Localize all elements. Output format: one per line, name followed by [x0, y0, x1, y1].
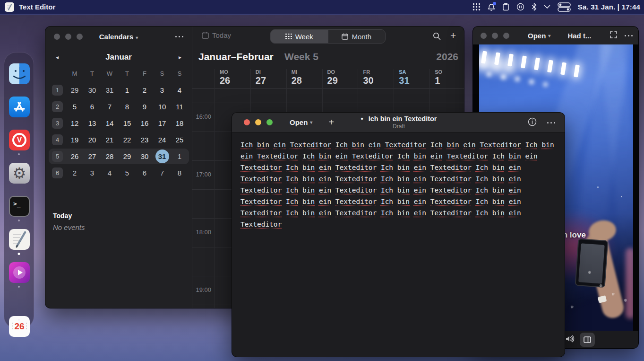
- mini-calendar-day[interactable]: 2: [66, 165, 84, 181]
- day-header-di[interactable]: DI27: [250, 69, 286, 88]
- mini-calendar-day[interactable]: 6: [136, 165, 154, 181]
- notification-badge: [493, 2, 496, 5]
- search-icon[interactable]: [433, 32, 441, 42]
- mini-calendar-day[interactable]: 26: [66, 148, 84, 165]
- bluetooth-icon[interactable]: [532, 3, 537, 11]
- mini-calendar-day[interactable]: 15: [119, 115, 136, 132]
- word: ein: [509, 164, 521, 171]
- mini-calendar-day[interactable]: 29: [66, 82, 84, 98]
- dock-item-terminal[interactable]: >_: [9, 196, 30, 217]
- open-dropdown[interactable]: Open▾: [528, 32, 550, 40]
- mini-calendar-day[interactable]: 29: [119, 148, 136, 165]
- mini-calendar-day[interactable]: 17: [154, 115, 171, 132]
- tab-week[interactable]: Week: [271, 30, 328, 43]
- mini-calendar-day[interactable]: 3: [154, 82, 171, 98]
- sidebar-toggle-button[interactable]: [580, 333, 595, 347]
- calendars-dropdown[interactable]: Calendars▾: [45, 33, 192, 41]
- maximize-button[interactable]: [503, 33, 509, 39]
- new-tab-button[interactable]: +: [328, 117, 334, 128]
- dock-item-system-settings[interactable]: ⚙: [9, 163, 30, 184]
- tab-month[interactable]: Month: [328, 30, 386, 43]
- notifications-bell-icon[interactable]: [488, 3, 495, 11]
- clock-label[interactable]: Sa. 31 Jan. | 17:44: [578, 3, 640, 11]
- word: Texteditor: [480, 141, 521, 149]
- mini-calendar-day[interactable]: 25: [171, 132, 189, 148]
- day-header-so[interactable]: SO1: [429, 69, 464, 88]
- app-grid-icon[interactable]: [472, 3, 481, 11]
- pause-circle-icon[interactable]: [516, 3, 524, 11]
- mini-calendar-day[interactable]: 24: [154, 132, 171, 148]
- menu-ellipsis-icon[interactable]: [547, 122, 555, 123]
- mini-calendar-day[interactable]: 1: [119, 82, 136, 98]
- mini-calendar-day[interactable]: 13: [84, 115, 101, 132]
- mini-calendar-day[interactable]: 18: [171, 115, 189, 132]
- today-button[interactable]: Today: [202, 31, 231, 39]
- minimize-button[interactable]: [492, 33, 498, 39]
- mini-calendar-day[interactable]: 16: [136, 115, 154, 132]
- mini-calendar-day[interactable]: 21: [101, 132, 119, 148]
- mini-calendar-day[interactable]: 11: [171, 98, 189, 115]
- dock-item-app-store[interactable]: [9, 97, 30, 117]
- clipboard-icon[interactable]: [502, 3, 509, 11]
- mini-calendar-day[interactable]: 30: [84, 82, 101, 98]
- minimize-button[interactable]: [255, 119, 261, 125]
- mini-calendar-day[interactable]: 12: [66, 115, 84, 132]
- mini-calendar-day[interactable]: 6: [84, 98, 101, 115]
- open-dropdown[interactable]: Open▾: [290, 118, 312, 126]
- dock-item-media-player[interactable]: [9, 262, 30, 283]
- mini-calendar-day[interactable]: 8: [171, 165, 189, 181]
- mini-calendar-day[interactable]: 4: [171, 82, 189, 98]
- day-header-mi[interactable]: MI28: [286, 69, 322, 88]
- text-line: Texteditor Ich bin ein Texteditor Ich bi…: [240, 173, 558, 185]
- dock-item-finder[interactable]: [9, 63, 30, 84]
- active-app-icon: [5, 2, 14, 12]
- mini-weekday-row: MTWTFSS: [45, 70, 192, 79]
- mini-calendar-day[interactable]: 14: [101, 115, 119, 132]
- mini-calendar-day[interactable]: 30: [136, 148, 154, 165]
- mini-calendar-day[interactable]: 9: [136, 98, 154, 115]
- mini-calendar-day[interactable]: 7: [101, 98, 119, 115]
- mini-calendar-day[interactable]: 8: [119, 98, 136, 115]
- add-event-icon[interactable]: +: [450, 30, 456, 41]
- speaker-icon[interactable]: [566, 335, 575, 344]
- mini-calendar-day[interactable]: 23: [136, 132, 154, 148]
- text-line: Texteditor: [240, 219, 558, 230]
- word: ein: [509, 198, 521, 205]
- mini-calendar-day[interactable]: 1: [171, 148, 189, 165]
- terminal-prompt-glyph: >_: [13, 200, 21, 216]
- text-line: Texteditor Ich bin ein Texteditor Ich bi…: [240, 207, 558, 219]
- chevron-down-icon[interactable]: [544, 5, 550, 9]
- info-icon[interactable]: [528, 117, 537, 128]
- mini-calendar-day[interactable]: 31: [154, 148, 171, 165]
- mini-calendar-day[interactable]: 27: [84, 148, 101, 165]
- mini-calendar-day[interactable]: 3: [84, 165, 101, 181]
- mini-calendar-day[interactable]: 5: [119, 165, 136, 181]
- maximize-button[interactable]: [266, 119, 273, 125]
- mini-calendar-day[interactable]: 28: [101, 148, 119, 165]
- mini-calendar-day[interactable]: 2: [136, 82, 154, 98]
- close-button[interactable]: [244, 119, 250, 125]
- mini-calendar-day[interactable]: 19: [66, 132, 84, 148]
- mini-calendar-row: 419202122232425: [45, 132, 192, 148]
- word: ein: [464, 141, 476, 149]
- mini-calendar-day[interactable]: 20: [84, 132, 101, 148]
- day-header-mo[interactable]: MO26: [215, 69, 250, 88]
- close-button[interactable]: [481, 33, 487, 39]
- dock-item-vivaldi-browser[interactable]: V: [9, 130, 30, 150]
- day-header-do[interactable]: DO29: [322, 69, 358, 88]
- mini-calendar-day[interactable]: 7: [154, 165, 171, 181]
- day-header-sa[interactable]: SA31: [394, 69, 429, 88]
- mini-calendar-day[interactable]: 31: [101, 82, 119, 98]
- dock-item-text-editor[interactable]: [9, 229, 30, 250]
- day-number-label: 28: [292, 75, 322, 86]
- mini-calendar-day[interactable]: 22: [119, 132, 136, 148]
- mini-calendar-day[interactable]: 5: [66, 98, 84, 115]
- active-app-title[interactable]: Text Editor: [19, 3, 55, 11]
- quick-settings-toggles-icon[interactable]: [558, 2, 571, 12]
- menu-ellipsis-icon[interactable]: [625, 35, 633, 36]
- mini-calendar-day[interactable]: 4: [101, 165, 119, 181]
- editor-text[interactable]: Ich bin ein Texteditor Ich bin ein Texte…: [240, 139, 558, 230]
- mini-calendar-day[interactable]: 10: [154, 98, 171, 115]
- day-header-fr[interactable]: FR30: [358, 69, 393, 88]
- fullscreen-icon[interactable]: [610, 31, 617, 40]
